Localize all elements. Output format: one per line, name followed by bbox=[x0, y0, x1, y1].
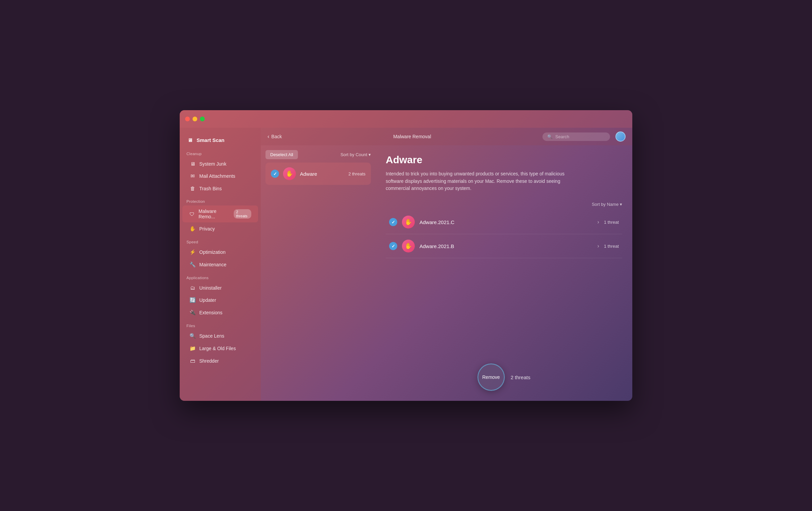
search-icon: 🔍 bbox=[547, 134, 553, 139]
malware-icon: 🛡 bbox=[189, 211, 195, 217]
chevron-right-icon-1: › bbox=[598, 243, 599, 249]
sub-adware-icon-1: ✋ bbox=[402, 240, 415, 252]
back-button[interactable]: ‹ Back bbox=[268, 133, 282, 140]
close-button[interactable] bbox=[185, 117, 190, 121]
app-window: 🖥 Smart Scan Cleanup 🖥 System Junk ✉ Mai… bbox=[180, 110, 632, 401]
sidebar-item-system-junk[interactable]: 🖥 System Junk bbox=[182, 158, 258, 170]
user-avatar[interactable] bbox=[615, 131, 626, 142]
sidebar-item-updater[interactable]: 🔄 Updater bbox=[182, 294, 258, 306]
sidebar-item-smart-scan[interactable]: 🖥 Smart Scan bbox=[180, 133, 261, 147]
sort-by-name-control[interactable]: Sort by Name ▾ bbox=[386, 202, 622, 207]
sidebar-item-space-lens[interactable]: 🔍 Space Lens bbox=[182, 330, 258, 342]
threat-list-item[interactable]: ✋ Adware 2 threats bbox=[265, 163, 371, 185]
top-bar: ‹ Back Malware Removal 🔍 bbox=[261, 128, 632, 145]
threats-summary: 2 threats bbox=[511, 374, 530, 380]
back-chevron-icon: ‹ bbox=[268, 133, 269, 140]
sub-item-count-0: 1 threat bbox=[604, 220, 619, 225]
section-label-files: Files bbox=[180, 319, 261, 330]
space-lens-icon: 🔍 bbox=[189, 333, 196, 339]
sidebar-item-extensions[interactable]: 🔌 Extensions bbox=[182, 307, 258, 319]
optimization-icon: ⚡ bbox=[189, 249, 196, 255]
sort-by-count-control[interactable]: Sort by Count ▾ bbox=[340, 152, 371, 157]
sub-threat-item[interactable]: ✋ Adware.2021.C › 1 threat bbox=[386, 210, 622, 234]
right-panel: ‹ Back Malware Removal 🔍 Deselect All bbox=[261, 128, 632, 401]
sidebar-item-uninstaller[interactable]: 🗂 Uninstaller bbox=[182, 282, 258, 294]
fullscreen-button[interactable] bbox=[200, 117, 205, 121]
section-label-protection: Protection bbox=[180, 195, 261, 205]
sidebar: 🖥 Smart Scan Cleanup 🖥 System Junk ✉ Mai… bbox=[180, 128, 261, 401]
section-label-cleanup: Cleanup bbox=[180, 147, 261, 157]
mail-icon: ✉ bbox=[189, 173, 196, 179]
bottom-bar: Remove 2 threats bbox=[386, 364, 622, 394]
uninstaller-icon: 🗂 bbox=[189, 285, 196, 291]
section-label-applications: Applications bbox=[180, 271, 261, 282]
adware-icon: ✋ bbox=[283, 167, 296, 180]
large-files-icon: 📁 bbox=[189, 345, 196, 351]
sidebar-item-mail-attachments[interactable]: ✉ Mail Attachments bbox=[182, 170, 258, 182]
sidebar-item-privacy[interactable]: ✋ Privacy bbox=[182, 223, 258, 235]
sub-check-circle-icon-1 bbox=[389, 242, 397, 250]
maintenance-icon: 🔧 bbox=[189, 262, 196, 268]
page-title: Malware Removal bbox=[287, 134, 537, 139]
privacy-icon: ✋ bbox=[189, 226, 196, 232]
detail-panel: Adware Intended to trick you into buying… bbox=[376, 145, 632, 401]
sub-item-name-1: Adware.2021.B bbox=[420, 243, 593, 249]
search-bar[interactable]: 🔍 bbox=[542, 132, 610, 141]
chevron-right-icon-0: › bbox=[598, 219, 599, 225]
sidebar-item-malware-removal[interactable]: 🛡 Malware Remo... 2 threats bbox=[182, 205, 258, 222]
sub-check-circle-icon bbox=[389, 218, 397, 226]
list-panel: Deselect All Sort by Count ▾ ✋ Adware 2 … bbox=[261, 145, 376, 401]
check-circle-icon bbox=[271, 170, 279, 178]
system-junk-icon: 🖥 bbox=[189, 161, 196, 167]
sidebar-item-optimization[interactable]: ⚡ Optimization bbox=[182, 246, 258, 258]
sidebar-item-trash-bins[interactable]: 🗑 Trash Bins bbox=[182, 182, 258, 194]
minimize-button[interactable] bbox=[193, 117, 197, 121]
title-bar bbox=[180, 110, 632, 128]
list-controls: Deselect All Sort by Count ▾ bbox=[265, 150, 371, 159]
sub-item-count-1: 1 threat bbox=[604, 244, 619, 249]
smart-scan-icon: 🖥 bbox=[186, 137, 193, 143]
main-content: 🖥 Smart Scan Cleanup 🖥 System Junk ✉ Mai… bbox=[180, 128, 632, 401]
sub-item-name-0: Adware.2021.C bbox=[420, 219, 593, 225]
shredder-icon: 🗃 bbox=[189, 358, 196, 364]
traffic-lights bbox=[185, 117, 205, 121]
sidebar-item-large-old-files[interactable]: 📁 Large & Old Files bbox=[182, 342, 258, 355]
threat-item-name: Adware bbox=[300, 171, 344, 177]
detail-description: Intended to trick you into buying unwant… bbox=[386, 170, 568, 192]
sidebar-item-maintenance[interactable]: 🔧 Maintenance bbox=[182, 259, 258, 271]
threat-item-count: 2 threats bbox=[348, 171, 365, 176]
search-input[interactable] bbox=[555, 134, 606, 139]
sub-threat-item-1[interactable]: ✋ Adware.2021.B › 1 threat bbox=[386, 234, 622, 258]
extensions-icon: 🔌 bbox=[189, 310, 196, 316]
remove-button[interactable]: Remove bbox=[478, 364, 505, 391]
detail-title: Adware bbox=[386, 154, 622, 166]
sidebar-item-shredder[interactable]: 🗃 Shredder bbox=[182, 355, 258, 367]
updater-icon: 🔄 bbox=[189, 297, 196, 303]
content-split: Deselect All Sort by Count ▾ ✋ Adware 2 … bbox=[261, 145, 632, 401]
deselect-all-button[interactable]: Deselect All bbox=[265, 150, 298, 159]
section-label-speed: Speed bbox=[180, 235, 261, 246]
malware-badge: 2 threats bbox=[234, 209, 251, 219]
trash-icon: 🗑 bbox=[189, 186, 196, 191]
sub-adware-icon: ✋ bbox=[402, 216, 415, 228]
